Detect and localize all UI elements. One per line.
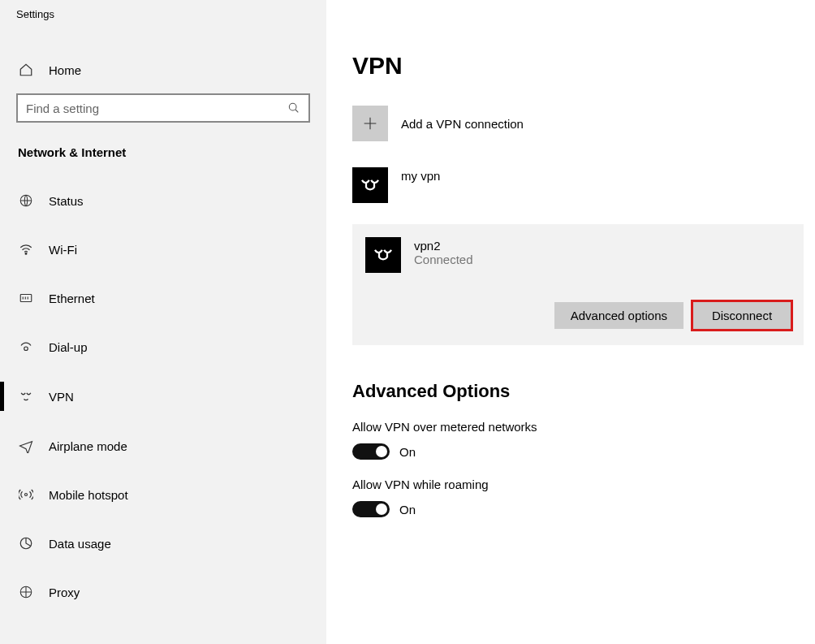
sidebar-item-airplane[interactable]: Airplane mode xyxy=(0,427,326,465)
main-panel: VPN Add a VPN connection my vpn xyxy=(326,0,815,644)
vpn-connection-status: Connected xyxy=(414,253,473,266)
vpn-tile-icon xyxy=(365,237,401,273)
add-vpn-label: Add a VPN connection xyxy=(401,117,524,131)
sidebar-item-label: Wi-Fi xyxy=(49,243,77,257)
option-label: Allow VPN while roaming xyxy=(352,478,815,491)
globe-icon xyxy=(18,193,34,208)
option-metered: Allow VPN over metered networks On xyxy=(352,420,815,460)
svg-rect-3 xyxy=(20,295,32,302)
datausage-icon xyxy=(18,536,34,551)
window-title: Settings xyxy=(0,0,326,20)
page-title: VPN xyxy=(352,52,815,80)
search-input[interactable] xyxy=(26,102,287,115)
advanced-options-button[interactable]: Advanced options xyxy=(554,302,683,329)
sidebar-item-vpn[interactable]: VPN xyxy=(0,377,326,416)
vpn-connection-name: vpn2 xyxy=(414,237,473,253)
option-roaming: Allow VPN while roaming On xyxy=(352,478,815,517)
vpn-connection-item[interactable]: vpn2 Connected xyxy=(365,237,791,273)
sidebar-item-label: Airplane mode xyxy=(49,439,127,453)
toggle-state-label: On xyxy=(399,503,416,516)
svg-point-0 xyxy=(289,103,296,110)
sidebar-item-status[interactable]: Status xyxy=(0,182,326,219)
sidebar-item-datausage[interactable]: Data usage xyxy=(0,525,326,562)
toggle-roaming[interactable] xyxy=(352,501,390,517)
toggle-metered[interactable] xyxy=(352,443,390,460)
vpn-connection-item[interactable]: my vpn xyxy=(352,164,815,206)
sidebar-item-label: Ethernet xyxy=(49,292,95,305)
sidebar-item-label: VPN xyxy=(49,390,74,404)
svg-point-2 xyxy=(25,253,27,254)
add-vpn-row[interactable]: Add a VPN connection xyxy=(352,106,815,141)
hotspot-icon xyxy=(18,487,34,502)
wifi-icon xyxy=(18,242,34,257)
home-label: Home xyxy=(49,63,81,77)
sidebar-item-wifi[interactable]: Wi-Fi xyxy=(0,231,326,268)
vpn-connection-name: my vpn xyxy=(401,167,440,183)
vpn-icon xyxy=(18,388,34,404)
vpn-tile-icon xyxy=(352,167,388,203)
plus-icon xyxy=(352,106,388,141)
sidebar-item-proxy[interactable]: Proxy xyxy=(0,573,326,611)
svg-point-4 xyxy=(24,347,28,351)
dialup-icon xyxy=(18,339,34,354)
proxy-icon xyxy=(18,585,34,599)
sidebar-item-label: Data usage xyxy=(49,537,111,551)
sidebar-item-dialup[interactable]: Dial-up xyxy=(0,328,326,365)
sidebar-item-label: Dial-up xyxy=(49,340,88,354)
svg-point-5 xyxy=(25,494,28,496)
sidebar-item-ethernet[interactable]: Ethernet xyxy=(0,279,326,317)
option-label: Allow VPN over metered networks xyxy=(352,420,815,434)
search-box[interactable] xyxy=(16,93,310,123)
vpn-connection-card-selected[interactable]: vpn2 Connected Advanced options Disconne… xyxy=(352,224,804,345)
vpn-action-buttons: Advanced options Disconnect xyxy=(365,302,791,329)
home-icon xyxy=(18,63,34,77)
disconnect-button[interactable]: Disconnect xyxy=(693,302,791,329)
sidebar: Settings Home Network & Internet Status xyxy=(0,0,326,644)
search-icon xyxy=(287,102,300,115)
ethernet-icon xyxy=(18,291,34,305)
toggle-state-label: On xyxy=(399,445,416,459)
sidebar-item-label: Mobile hotspot xyxy=(49,488,128,502)
sidebar-item-label: Status xyxy=(49,194,84,208)
sidebar-item-label: Proxy xyxy=(49,586,80,599)
nav-list: Status Wi-Fi Ethernet D xyxy=(0,182,326,611)
airplane-icon xyxy=(18,439,34,453)
advanced-options-title: Advanced Options xyxy=(352,381,815,402)
category-header: Network & Internet xyxy=(0,123,326,171)
home-nav[interactable]: Home xyxy=(0,53,326,87)
sidebar-item-hotspot[interactable]: Mobile hotspot xyxy=(0,476,326,513)
